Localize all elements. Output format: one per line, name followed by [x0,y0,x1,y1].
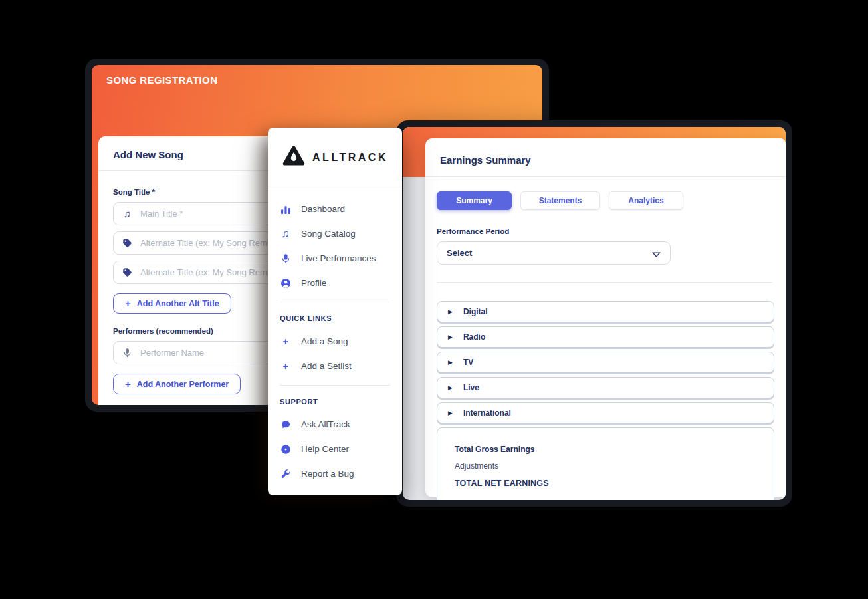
plus-icon: + [125,298,131,309]
add-alt-title-button[interactable]: + Add Another Alt Title [113,293,231,314]
totals-box: Total Gross Earnings Adjustments TOTAL N… [437,427,774,500]
logo: ALLTRACK [268,128,402,187]
add-alt-title-label: Add Another Alt Title [137,299,219,308]
sidebar-item-live-performances[interactable]: Live Performances [280,246,390,271]
accordion-tv[interactable]: ▶ TV [437,352,774,373]
sidebar-item-add-a-setlist[interactable]: + Add a Setlist [280,354,390,378]
logo-wordmark: ALLTRACK [312,152,388,164]
sidebar-item-add-a-song[interactable]: + Add a Song [280,329,390,354]
person-icon [280,277,291,289]
tag-icon [122,267,132,278]
sidebar-item-label: Help Center [301,444,349,454]
canvas: SONG REGISTRATION Add New Song Song Titl… [0,0,868,599]
tab-summary[interactable]: Summary [437,191,512,210]
plus-icon: + [125,378,131,390]
sidebar-item-help-center[interactable]: Help Center [280,437,390,461]
chat-bubble-icon [280,419,291,430]
chevron-down-icon [652,250,661,257]
accordion-label: TV [463,358,473,367]
sidebar-item-label: Dashboard [301,204,345,214]
sidebar-item-label: Ask AllTrack [301,419,350,429]
wrench-icon [280,468,291,479]
sidebar-item-dashboard[interactable]: Dashboard [280,197,390,221]
divider [280,302,390,302]
adjustments-label: Adjustments [455,461,756,471]
music-note-icon: ♫ [280,228,291,239]
tag-icon [122,238,132,249]
total-gross-earnings-label: Total Gross Earnings [455,445,756,454]
caret-right-icon: ▶ [448,334,453,340]
sidebar-item-label: Profile [301,278,326,288]
caret-right-icon: ▶ [448,385,453,391]
add-performer-label: Add Another Performer [137,380,229,389]
sidebar-item-label: Live Performances [301,253,376,263]
window-title: SONG REGISTRATION [106,74,217,86]
plus-icon: + [280,336,291,347]
caret-right-icon: ▶ [448,360,453,366]
sidebar: ALLTRACK Dashboard ♫ Song Catalog Live P… [268,128,402,495]
earnings-window-body: Earnings Summary Summary Statements Anal… [403,127,786,500]
sidebar-item-label: Add a Song [301,336,348,346]
tab-analytics[interactable]: Analytics [609,191,683,210]
bar-chart-icon [280,203,291,215]
sidebar-item-ask-alltrack[interactable]: Ask AllTrack [280,412,390,437]
earnings-summary-card: Earnings Summary Summary Statements Anal… [425,138,786,497]
caret-right-icon: ▶ [448,309,453,315]
accordion-digital[interactable]: ▶ Digital [437,301,774,322]
earnings-categories: ▶ Digital ▶ Radio ▶ TV ▶ [437,301,772,423]
performance-period-label: Performance Period [437,227,772,235]
accordion-label: International [463,408,511,418]
accordion-radio[interactable]: ▶ Radio [437,326,774,348]
total-net-earnings-label: TOTAL NET EARNINGS [455,479,756,488]
sidebar-item-label: Add a Setlist [301,361,352,371]
lifebuoy-icon [280,443,291,455]
accordion-label: Digital [463,307,488,316]
select-value: Select [447,248,472,258]
caret-right-icon: ▶ [448,410,453,416]
sidebar-item-report-a-bug[interactable]: Report a Bug [280,461,390,486]
performance-period-select[interactable]: Select [437,241,671,265]
add-performer-button[interactable]: + Add Another Performer [113,374,241,394]
sidebar-item-label: Song Catalog [301,229,356,239]
accordion-label: Live [463,383,479,392]
accordion-international[interactable]: ▶ International [437,402,774,423]
quick-links-header: QUICK LINKS [268,309,402,329]
earnings-title: Earnings Summary [425,138,786,177]
support-header: SUPPORT [268,392,402,412]
earnings-window: Earnings Summary Summary Statements Anal… [396,120,792,507]
sidebar-item-profile[interactable]: Profile [280,271,390,295]
divider [437,282,772,283]
music-note-icon: ♫ [122,209,132,219]
tab-statements[interactable]: Statements [520,191,600,210]
plus-icon: + [280,361,291,372]
divider [280,385,390,386]
sidebar-item-song-catalog[interactable]: ♫ Song Catalog [280,221,390,246]
sidebar-item-label: Report a Bug [301,469,354,479]
microphone-icon [280,253,291,264]
alltrack-logo-icon [282,145,306,170]
microphone-icon [122,348,132,358]
accordion-label: Radio [463,332,485,342]
accordion-live[interactable]: ▶ Live [437,377,774,398]
earnings-tabs: Summary Statements Analytics [437,191,772,210]
